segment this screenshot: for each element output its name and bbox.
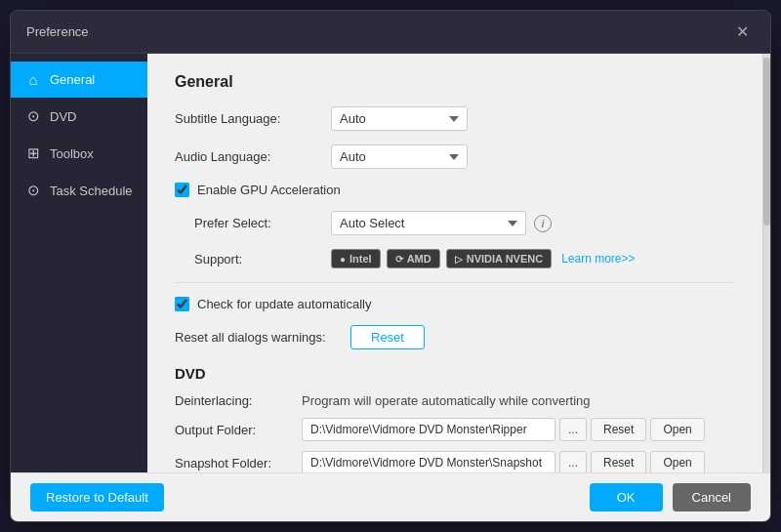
gpu-checkbox-row: Enable GPU Acceleration <box>175 183 735 197</box>
sidebar-item-toolbox-label: Toolbox <box>50 146 94 161</box>
snapshot-folder-input[interactable] <box>302 451 555 472</box>
nvidia-badge: ▷ NVIDIA NVENC <box>446 249 552 268</box>
sidebar-item-toolbox[interactable]: ⊞ Toolbox <box>11 135 147 172</box>
audio-language-row: Audio Language: Auto <box>175 144 735 169</box>
check-update-row: Check for update automatically <box>175 297 735 311</box>
prefer-select-row: Prefer Select: Auto Select i <box>194 211 735 235</box>
output-folder-row: Output Folder: ... Reset Open <box>175 418 735 441</box>
ok-button[interactable]: OK <box>590 483 663 512</box>
intel-icon: ● <box>340 254 346 265</box>
amd-badge: ⟳ AMD <box>387 249 440 268</box>
info-icon[interactable]: i <box>534 215 552 232</box>
dvd-icon: ⊙ <box>24 107 42 125</box>
intel-badge: ● Intel <box>331 249 381 268</box>
close-button[interactable]: ✕ <box>730 20 755 43</box>
task-icon: ⊙ <box>24 182 42 199</box>
restore-default-button[interactable]: Restore to Default <box>30 483 164 512</box>
reset-dialogs-row: Reset all dialogs warnings: Reset <box>175 325 735 349</box>
subtitle-language-row: Subtitle Language: Auto <box>175 106 735 131</box>
prefer-select-dropdown[interactable]: Auto Select <box>331 211 526 235</box>
scrollbar-thumb[interactable] <box>763 58 770 225</box>
sidebar-item-task-schedule[interactable]: ⊙ Task Schedule <box>11 172 147 209</box>
reset-dialogs-label: Reset all dialogs warnings: <box>175 330 350 345</box>
toolbox-icon: ⊞ <box>24 144 42 162</box>
gpu-checkbox[interactable] <box>175 183 189 197</box>
content-area: General Subtitle Language: Auto Audio La… <box>147 54 762 472</box>
footer-right: OK Cancel <box>590 483 751 512</box>
subtitle-language-select[interactable]: Auto <box>331 106 468 131</box>
amd-icon: ⟳ <box>395 254 403 265</box>
snapshot-folder-dots-button[interactable]: ... <box>559 451 587 472</box>
preference-dialog: Preference ✕ ⌂ General ⊙ DVD ⊞ Toolbox ⊙… <box>10 10 771 522</box>
check-update-checkbox[interactable] <box>175 297 189 311</box>
sidebar-item-dvd[interactable]: ⊙ DVD <box>11 98 147 135</box>
sidebar-item-general-label: General <box>50 72 95 87</box>
sidebar-item-task-schedule-label: Task Schedule <box>50 184 133 198</box>
deinterlacing-desc: Program will operate automatically while… <box>302 393 591 408</box>
output-folder-dots-button[interactable]: ... <box>559 418 587 441</box>
check-update-label: Check for update automatically <box>197 297 371 311</box>
footer: Restore to Default OK Cancel <box>11 472 770 521</box>
window-title: Preference <box>26 24 89 39</box>
snapshot-folder-row: Snapshot Folder: ... Reset Open <box>175 451 735 472</box>
prefer-select-label: Prefer Select: <box>194 216 331 230</box>
general-section-title: General <box>175 73 735 91</box>
audio-language-select[interactable]: Auto <box>331 144 468 169</box>
output-folder-reset-button[interactable]: Reset <box>591 418 646 441</box>
output-folder-input[interactable] <box>302 418 555 441</box>
support-badges: ● Intel ⟳ AMD ▷ NVIDIA NVENC Learn more>… <box>331 249 636 268</box>
deinterlacing-label: Deinterlacing: <box>175 393 302 408</box>
audio-language-label: Audio Language: <box>175 149 331 164</box>
title-bar: Preference ✕ <box>11 11 770 54</box>
dvd-section-title: DVD <box>175 365 735 382</box>
sidebar-item-dvd-label: DVD <box>50 109 76 124</box>
support-row: Support: ● Intel ⟳ AMD ▷ NVIDIA NVENC Le… <box>194 249 735 268</box>
subtitle-language-label: Subtitle Language: <box>175 111 331 126</box>
home-icon: ⌂ <box>24 71 42 88</box>
learn-more-link[interactable]: Learn more>> <box>561 252 635 266</box>
output-folder-label: Output Folder: <box>175 423 302 437</box>
deinterlacing-row: Deinterlacing: Program will operate auto… <box>175 393 735 408</box>
divider-1 <box>175 282 735 283</box>
snapshot-folder-open-button[interactable]: Open <box>650 451 704 472</box>
output-folder-open-button[interactable]: Open <box>650 418 704 441</box>
snapshot-folder-label: Snapshot Folder: <box>175 456 302 471</box>
reset-dialogs-button[interactable]: Reset <box>350 325 425 349</box>
main-layout: ⌂ General ⊙ DVD ⊞ Toolbox ⊙ Task Schedul… <box>11 54 770 472</box>
sidebar: ⌂ General ⊙ DVD ⊞ Toolbox ⊙ Task Schedul… <box>11 54 147 472</box>
scrollbar[interactable] <box>762 54 770 472</box>
snapshot-folder-reset-button[interactable]: Reset <box>591 451 646 472</box>
sidebar-item-general[interactable]: ⌂ General <box>11 61 147 98</box>
gpu-checkbox-label: Enable GPU Acceleration <box>197 183 341 197</box>
cancel-button[interactable]: Cancel <box>673 483 751 512</box>
support-label: Support: <box>194 252 331 266</box>
nvidia-icon: ▷ <box>455 254 463 265</box>
